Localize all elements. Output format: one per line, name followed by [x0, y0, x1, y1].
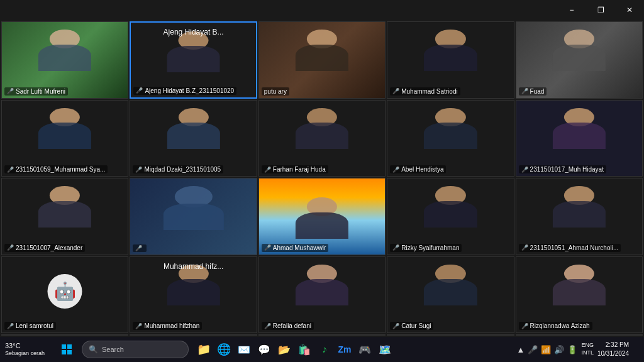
taskbar-clock: 2:32 PM 10/31/2024	[597, 341, 629, 358]
video-cell: 🎤 Farhan Faraj Huda	[258, 100, 386, 177]
video-cell: 🎤 2311501007_Alexander	[1, 178, 128, 255]
volume-icon: 🔊	[554, 345, 564, 354]
participant-name: 🎤 Catur Sugi	[390, 322, 433, 330]
title-bar: − ❐ ✕	[0, 0, 644, 20]
weather-temp: 33°C	[5, 341, 49, 350]
taskbar-icon-app1[interactable]: 🎮	[356, 341, 374, 358]
taskbar-icon-folder[interactable]: 📁	[195, 341, 213, 358]
battery-icon: 🔋	[567, 345, 577, 354]
participant-name: 🎤 Miqdad Dzaki_2311501005	[133, 165, 223, 173]
participant-name: 🎤 Rizqlannadwa Azizah	[519, 322, 592, 330]
close-button[interactable]: ✕	[615, 0, 644, 20]
taskbar-icon-mail[interactable]: ✉️	[235, 341, 253, 358]
taskbar-icon-whatsapp[interactable]: 💬	[255, 341, 273, 358]
date-display: 10/31/2024	[597, 349, 629, 358]
participant-name: 🎤	[133, 244, 147, 252]
participant-name: 🎤 2311501051_Ahmad Nurcholi...	[519, 244, 621, 252]
taskbar-icon-maps[interactable]: 🗺️	[376, 341, 394, 358]
taskbar-icon-edge[interactable]: 🌐	[215, 341, 233, 358]
video-cell: M 2311501043_Marsalina_Teknol...	[258, 334, 386, 336]
taskbar-icon-store[interactable]: 🛍️	[296, 341, 313, 358]
participant-name: 🎤 Refalia defani	[262, 322, 314, 330]
taskbar-weather: 33°C Sebagian cerah	[5, 341, 49, 358]
participant-name: 🎤 2311501017_Muh Hidayat	[519, 165, 606, 173]
video-cell: 🎤 2311501051_Ahmad Nurcholi...	[516, 178, 643, 255]
search-text: Search	[102, 346, 124, 353]
video-cell: Muhammad hifz... 🎤 Muhammad hifzhan	[130, 256, 257, 334]
video-cell: 🎤 muhammad zufar arsalan	[130, 334, 257, 336]
taskbar-icon-spotify[interactable]: ♪	[316, 341, 333, 358]
taskbar-search[interactable]: 🔍 Search	[82, 341, 189, 358]
video-cell: 🎤 Rizqlannadwa Azizah	[516, 256, 643, 334]
participant-name: 🎤 Muhammad Satriodi	[390, 87, 460, 96]
video-cell: 🎤 Nabilla Humayra Az-zahra	[387, 334, 514, 336]
weather-desc: Sebagian cerah	[5, 350, 49, 358]
participant-name: 🎤 Farhan Faraj Huda	[262, 165, 328, 173]
video-cell: 🎤 Arif Rahman	[1, 334, 128, 336]
video-cell: 🎤 Miqdad Dzaki_2311501005	[130, 100, 257, 177]
video-cell: 🤖 🎤 Leni samrotul	[1, 256, 128, 334]
participant-name: 🎤 Abel Hendistya	[390, 165, 446, 173]
video-grid: 🎤 Sadr Lufti Mufreni Ajeng Hidayat B... …	[0, 20, 644, 337]
participant-name: 🎤 Ajeng Hidayat B.Z_2311501020	[133, 87, 236, 95]
show-desktop-button[interactable]	[633, 341, 639, 358]
taskbar-icon-files[interactable]: 📂	[275, 341, 293, 358]
participant-name: 🎤 2311501007_Alexander	[4, 244, 85, 252]
participant-name: putu ary	[262, 87, 289, 96]
taskbar-system-tray: ▲ 🎤 📶 🔊 🔋 ENG INTL 2:32 PM 10/31/2024	[517, 341, 639, 358]
time-display: 2:32 PM	[597, 341, 629, 349]
wifi-icon: 📶	[541, 345, 551, 354]
participant-name: 🎤 Rizky Syaifurrahman	[390, 244, 462, 252]
video-cell: 🎤 Muhammad Satriodi	[387, 21, 514, 99]
video-cell: 🎤 Refalia defani	[258, 256, 386, 334]
video-cell: 🎤 Catur Sugi	[387, 256, 514, 334]
search-icon: 🔍	[89, 345, 98, 354]
video-cell: 🎤 Rizky Syaifurrahman	[387, 178, 514, 255]
video-cell: 🎤 Sadr Lufti Mufreni	[1, 21, 128, 99]
participant-name: 🎤 Leni samrotul	[4, 322, 56, 330]
restore-button[interactable]: ❐	[586, 0, 615, 20]
video-cell-active: Ajeng Hidayat B... 🎤 Ajeng Hidayat B.Z_2…	[130, 21, 257, 99]
taskbar-icon-zoom[interactable]: Zm	[336, 341, 353, 358]
sys-tray-icons: ▲ 🎤 📶 🔊 🔋	[517, 345, 578, 354]
minimize-button[interactable]: −	[557, 0, 586, 20]
participant-name: 🎤 Ahmad Mushawwir	[262, 244, 328, 252]
taskbar: 33°C Sebagian cerah 🔍 Search 📁 🌐 ✉️ 💬 📂 …	[0, 337, 644, 362]
video-cell: 🎤 Abel Hendistya	[387, 100, 514, 177]
video-cell: 🎤 2311501059_Muhammad Sya...	[1, 100, 128, 177]
network-icon: ▲	[517, 345, 525, 354]
video-cell: putu ary	[258, 21, 386, 99]
participant-name: 🎤 2311501059_Muhammad Sya...	[4, 165, 108, 173]
video-cell: 🎤 Ahmad Mushawwir	[258, 178, 386, 255]
participant-name: 🎤 Sadr Lufti Mufreni	[4, 87, 68, 96]
video-cell: 🎤 Fuad	[516, 21, 643, 99]
participant-name: 🎤 Muhammad hifzhan	[133, 322, 202, 330]
windows-logo	[62, 344, 72, 354]
mic-sys-icon: 🎤	[528, 345, 538, 354]
video-cell: 🎤 2311501017_Muh Hidayat	[516, 100, 643, 177]
taskbar-app-icons: 📁 🌐 ✉️ 💬 📂 🛍️ ♪ Zm 🎮 🗺️	[195, 341, 394, 358]
video-cell: 🎤	[130, 178, 257, 255]
start-button[interactable]	[58, 341, 75, 358]
participant-name: 🎤 Fuad	[519, 87, 547, 96]
taskbar-language: ENG INTL	[581, 342, 594, 356]
video-cell: 🎤 Fauzan Annas Hibatullah	[516, 334, 643, 336]
